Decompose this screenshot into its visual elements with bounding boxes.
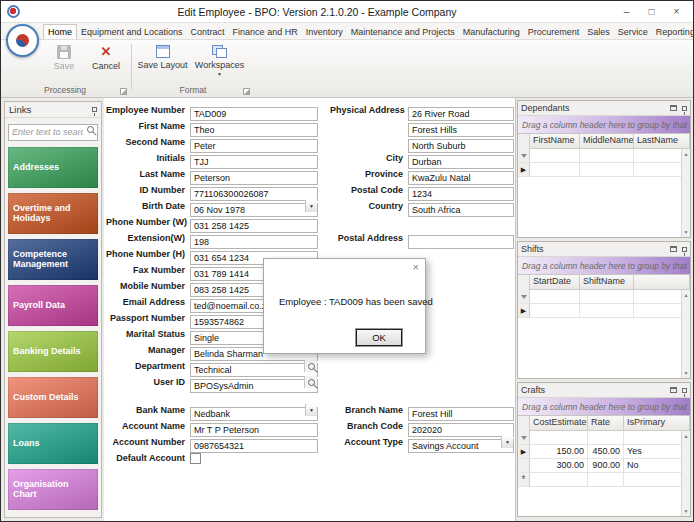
- filter-row[interactable]: [518, 149, 690, 163]
- shifts-panel: Shifts Drag a column header here to grou…: [517, 241, 691, 379]
- field-label: Second Name: [106, 137, 190, 147]
- user-id-lookup-button[interactable]: [304, 376, 317, 388]
- link-tile-payroll-data[interactable]: Payroll Data: [8, 285, 98, 326]
- field-label: Account Name: [106, 421, 190, 431]
- field-label: Passport Number: [106, 313, 190, 323]
- tab-inventory[interactable]: Inventory: [302, 25, 347, 39]
- workspaces-icon: [212, 45, 227, 58]
- tab-sales[interactable]: Sales: [583, 25, 614, 39]
- link-tile-banking-details[interactable]: Banking Details: [8, 331, 98, 372]
- tab-manufacturing[interactable]: Manufacturing: [459, 25, 524, 39]
- field-label: Initials: [106, 153, 190, 163]
- search-icon: [87, 126, 94, 133]
- link-tile-loans[interactable]: Loans: [8, 423, 98, 464]
- scroll-down-icon[interactable]: ▼: [684, 508, 689, 514]
- field-label: ID Number: [106, 185, 190, 195]
- vertical-scrollbar[interactable]: ▲ ▼: [681, 290, 690, 378]
- table-row[interactable]: ▶ 150.00 450.00 Yes: [518, 445, 690, 459]
- window-title: Edit Employee - BPO: Version 2.1.0.20 - …: [20, 6, 614, 18]
- account-type-field[interactable]: [408, 439, 514, 453]
- column-header[interactable]: MiddleName: [580, 134, 634, 149]
- tab-maintenance-and-projects[interactable]: Maintenance and Projects: [347, 25, 459, 39]
- maximize-button[interactable]: □: [639, 3, 664, 21]
- link-tile-addresses[interactable]: Addresses: [8, 147, 98, 188]
- link-tile-competence-management[interactable]: Competence Management: [8, 239, 98, 280]
- tab-home[interactable]: Home: [43, 24, 77, 39]
- tab-contract[interactable]: Contract: [187, 25, 229, 39]
- column-header[interactable]: StartDate: [530, 275, 580, 290]
- field-label: Branch Name: [330, 405, 408, 415]
- column-header[interactable]: FirstName: [530, 134, 580, 149]
- account-number-field[interactable]: [190, 439, 318, 453]
- chevron-down-icon[interactable]: ▼: [305, 200, 317, 212]
- tab-equipment-and-locations[interactable]: Equipment and Locations: [77, 25, 187, 39]
- tab-service[interactable]: Service: [614, 25, 652, 39]
- pin-icon[interactable]: [682, 247, 687, 252]
- application-button[interactable]: [6, 24, 39, 57]
- column-header[interactable]: IsPrimary: [624, 416, 690, 431]
- table-row[interactable]: ▶: [518, 163, 690, 177]
- tab-procurement[interactable]: Procurement: [524, 25, 584, 39]
- column-header[interactable]: ShiftName: [580, 275, 634, 290]
- tab-reporting[interactable]: Reporting: [652, 25, 694, 39]
- title-bar: Edit Employee - BPO: Version 2.1.0.20 - …: [1, 1, 693, 23]
- field-label: Mobile Number: [106, 281, 190, 291]
- maximize-panel-icon[interactable]: [670, 387, 677, 393]
- tab-finance-and-hr[interactable]: Finance and HR: [229, 25, 302, 39]
- column-header[interactable]: Rate: [588, 416, 624, 431]
- department-lookup-button[interactable]: [304, 360, 317, 372]
- field-label: Postal Code: [330, 185, 408, 195]
- scroll-up-icon[interactable]: ▲: [684, 292, 689, 298]
- field-label: City: [330, 153, 408, 163]
- filter-row[interactable]: [518, 431, 690, 445]
- close-button[interactable]: ×: [664, 3, 689, 21]
- scroll-up-icon[interactable]: ▲: [684, 151, 689, 157]
- panel-title: Dependants: [521, 103, 570, 113]
- minimize-button[interactable]: –: [614, 3, 639, 21]
- vertical-scrollbar[interactable]: ▲ ▼: [681, 431, 690, 516]
- filter-icon: [521, 436, 527, 440]
- ok-button[interactable]: OK: [356, 329, 402, 346]
- cancel-button[interactable]: ✕ Cancel: [85, 43, 127, 71]
- column-header[interactable]: [634, 275, 690, 290]
- links-panel: Links Addresses Overtime and Holidays Co…: [4, 101, 102, 518]
- dialog-launcher-icon[interactable]: [243, 88, 250, 95]
- column-header[interactable]: LastName: [634, 134, 690, 149]
- dependants-panel: Dependants Drag a column header here to …: [517, 100, 691, 238]
- maximize-panel-icon[interactable]: [670, 105, 677, 111]
- pin-icon[interactable]: [682, 106, 687, 111]
- table-row[interactable]: 300.00 900.00 No: [518, 459, 690, 473]
- user-id-field[interactable]: [190, 379, 318, 393]
- filter-row[interactable]: [518, 290, 690, 304]
- table-row[interactable]: ▶: [518, 304, 690, 318]
- postal-address-field[interactable]: [408, 235, 514, 249]
- links-search-input[interactable]: [8, 124, 98, 141]
- group-caption-format: Format: [134, 83, 252, 97]
- save-layout-button[interactable]: Save Layout: [134, 43, 191, 70]
- vertical-scrollbar[interactable]: ▲ ▼: [681, 149, 690, 237]
- dialog-launcher-icon[interactable]: [120, 88, 127, 95]
- scroll-up-icon[interactable]: ▲: [684, 433, 689, 439]
- link-tile-organisation-chart[interactable]: Organisation Chart: [8, 469, 98, 510]
- maximize-panel-icon[interactable]: [670, 246, 677, 252]
- save-button[interactable]: Save: [43, 43, 85, 71]
- link-tile-overtime-and-holidays[interactable]: Overtime and Holidays: [8, 193, 98, 234]
- chevron-down-icon[interactable]: ▼: [501, 436, 513, 448]
- new-row[interactable]: *: [518, 473, 690, 487]
- default-account-checkbox[interactable]: [190, 453, 201, 464]
- chevron-down-icon[interactable]: ▼: [305, 404, 317, 416]
- field-label: First Name: [106, 121, 190, 131]
- scroll-down-icon[interactable]: ▼: [684, 229, 689, 235]
- group-by-hint: Drag a column header here to group by th…: [518, 398, 690, 416]
- field-label: Fax Number: [106, 265, 190, 275]
- country-field[interactable]: [408, 203, 514, 217]
- ribbon-tab-bar: Home Equipment and Locations Contract Fi…: [1, 23, 693, 40]
- scroll-down-icon[interactable]: ▼: [684, 370, 689, 376]
- pin-icon[interactable]: [92, 107, 97, 112]
- link-tile-custom-details[interactable]: Custom Details: [8, 377, 98, 418]
- field-label: Default Account: [106, 453, 190, 463]
- pin-icon[interactable]: [682, 388, 687, 393]
- column-header[interactable]: CostEstimate: [530, 416, 588, 431]
- close-icon[interactable]: ×: [413, 261, 419, 273]
- workspaces-button[interactable]: Workspaces ▼: [191, 43, 248, 77]
